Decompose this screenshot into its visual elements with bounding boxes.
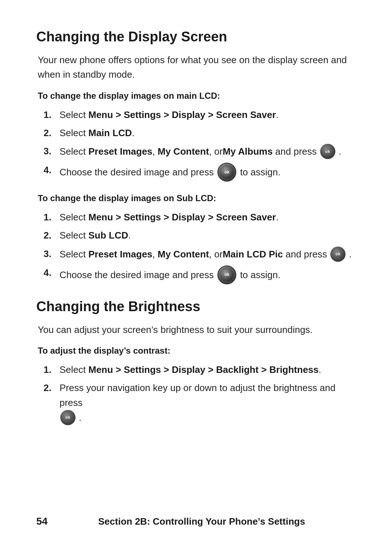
ok-button-icon bbox=[60, 410, 75, 425]
ok-button-large-icon bbox=[217, 265, 236, 284]
table-row: 3. Select Preset Images, My Content, or … bbox=[36, 247, 356, 262]
table-row: 4. Choose the desired image and press to… bbox=[36, 163, 356, 182]
table-row: 4. Choose the desired image and press to… bbox=[36, 265, 356, 284]
brightness-steps: 1. Select Menu > Settings > Display > Ba… bbox=[36, 362, 356, 425]
bold-text: Preset Images bbox=[86, 247, 152, 261]
step-number: 2. bbox=[44, 381, 60, 395]
ok-button-icon bbox=[330, 247, 346, 262]
main-lcd-steps: 1. Select Menu > Settings > Display > Sc… bbox=[36, 107, 356, 182]
bold-text: Menu > Settings > Display > Screen Saver bbox=[89, 212, 276, 223]
subsection-main-lcd: To change the display images on main LCD… bbox=[36, 91, 356, 182]
bold-text: Main LCD bbox=[89, 127, 132, 138]
step-content: Select Menu > Settings > Display > Scree… bbox=[60, 107, 356, 122]
subsection1-label: To change the display images on main LCD… bbox=[36, 91, 356, 101]
bold-text: My Content bbox=[158, 144, 209, 159]
page: Changing the Display Screen Your new pho… bbox=[0, 0, 392, 549]
table-row: 2. Press your navigation key up or down … bbox=[36, 381, 356, 425]
step-number: 3. bbox=[44, 247, 60, 261]
step-number: 1. bbox=[44, 107, 60, 122]
section2-title: Changing the Brightness bbox=[36, 299, 356, 314]
step-number: 3. bbox=[44, 144, 60, 158]
section-display-screen: Changing the Display Screen Your new pho… bbox=[36, 29, 356, 284]
bold-text: Main LCD Pic bbox=[222, 247, 283, 261]
footer-section-label: Section 2B: Controlling Your Phone’s Set… bbox=[48, 516, 356, 527]
step-number: 4. bbox=[44, 265, 60, 280]
step-content: Select Menu > Settings > Display > Backl… bbox=[60, 362, 356, 377]
section2-intro: You can adjust your screen’s brightness … bbox=[36, 322, 356, 337]
step-number: 2. bbox=[44, 126, 60, 140]
step-content: Select Sub LCD. bbox=[60, 228, 356, 243]
sub-lcd-steps: 1. Select Menu > Settings > Display > Sc… bbox=[36, 210, 356, 284]
step-number: 1. bbox=[44, 210, 60, 224]
step-content: Press your navigation key up or down to … bbox=[60, 381, 356, 425]
table-row: 2. Select Sub LCD. bbox=[36, 228, 356, 243]
bold-text: Sub LCD bbox=[89, 230, 128, 241]
step-content: Select Preset Images, My Content, or My … bbox=[60, 144, 356, 159]
bold-text: Menu > Settings > Display > Screen Saver bbox=[89, 109, 276, 120]
table-row: 2. Select Main LCD. bbox=[36, 126, 356, 140]
bold-text: Menu > Settings > Display > Backlight > … bbox=[89, 364, 319, 375]
subsection-contrast-label: To adjust the display’s contrast: bbox=[36, 346, 356, 356]
ok-button-icon bbox=[320, 144, 335, 159]
step-number: 4. bbox=[44, 163, 60, 177]
step-number: 2. bbox=[44, 228, 60, 243]
page-number: 54 bbox=[36, 516, 48, 527]
bold-text: My Albums bbox=[222, 144, 273, 159]
table-row: 1. Select Menu > Settings > Display > Sc… bbox=[36, 210, 356, 224]
step-number: 1. bbox=[44, 362, 60, 377]
table-row: 1. Select Menu > Settings > Display > Sc… bbox=[36, 107, 356, 122]
step-content: Select Main LCD. bbox=[60, 126, 356, 140]
page-footer: 54 Section 2B: Controlling Your Phone’s … bbox=[0, 516, 392, 527]
bold-text: Preset Images bbox=[86, 144, 152, 159]
subsection-sub-lcd: To change the display images on Sub LCD:… bbox=[36, 193, 356, 284]
section1-intro: Your new phone offers options for what y… bbox=[36, 53, 356, 82]
subsection-contrast: To adjust the display’s contrast: 1. Sel… bbox=[36, 346, 356, 425]
bold-text: My Content bbox=[158, 247, 209, 261]
step-content: Choose the desired image and press to as… bbox=[60, 265, 356, 284]
step-content: Select Preset Images, My Content, or Mai… bbox=[60, 247, 356, 262]
table-row: 3. Select Preset Images, My Content, or … bbox=[36, 144, 356, 159]
step-content: Select Menu > Settings > Display > Scree… bbox=[60, 210, 356, 224]
subsection2-label: To change the display images on Sub LCD: bbox=[36, 193, 356, 203]
section-brightness: Changing the Brightness You can adjust y… bbox=[36, 299, 356, 425]
section1-title: Changing the Display Screen bbox=[36, 29, 356, 45]
ok-button-large-icon bbox=[217, 163, 236, 182]
table-row: 1. Select Menu > Settings > Display > Ba… bbox=[36, 362, 356, 377]
step-content: Choose the desired image and press to as… bbox=[60, 163, 356, 182]
